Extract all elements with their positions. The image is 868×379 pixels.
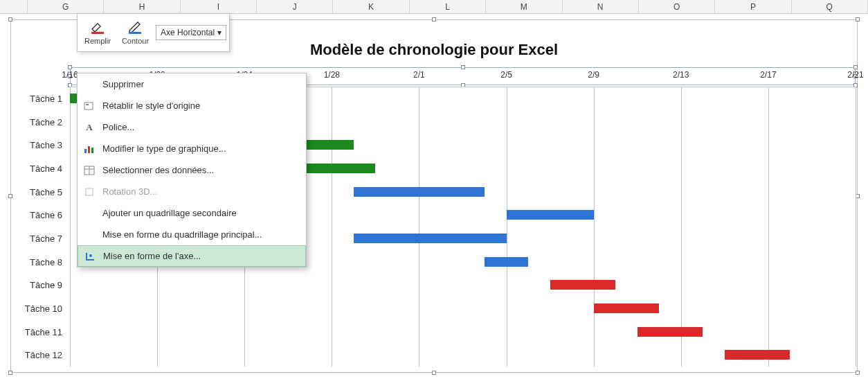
task-label: Tâche 1 [11, 93, 65, 103]
gridline [419, 87, 419, 367]
chevron-down-icon: ▾ [217, 28, 221, 37]
reset-icon [83, 100, 96, 112]
x-tick-label: 2/17 [760, 70, 776, 80]
task-label: Tâche 6 [11, 210, 65, 220]
fill-icon [90, 20, 105, 35]
context-menu-item: Rotation 3D... [78, 181, 306, 202]
col-header[interactable]: N [563, 0, 639, 13]
gantt-bar[interactable] [354, 233, 507, 243]
context-menu-item[interactable]: APolice... [78, 116, 306, 138]
col-header[interactable] [0, 0, 28, 13]
col-header[interactable]: Q [792, 0, 868, 13]
chart-resize-handle[interactable] [8, 371, 12, 375]
task-label: Tâche 5 [11, 186, 65, 197]
svg-rect-0 [91, 32, 104, 34]
chart-resize-handle[interactable] [856, 17, 860, 21]
context-menu-label: Sélectionner des données... [102, 165, 214, 175]
context-menu-item[interactable]: Modifier le type de graphique... [78, 138, 306, 159]
col-header[interactable]: H [104, 0, 180, 13]
axis-horizontal-dropdown[interactable]: Axe Horizontal ▾ [156, 25, 226, 40]
gridline [507, 87, 507, 367]
gantt-bar[interactable] [507, 210, 594, 220]
context-menu: SupprimerRétablir le style d'origineAPol… [77, 73, 307, 267]
task-label: Tâche 10 [11, 303, 65, 313]
x-tick-label: 2/5 [500, 70, 512, 80]
chart-resize-handle[interactable] [8, 17, 12, 21]
gridline [856, 87, 856, 367]
gantt-bar[interactable] [354, 187, 485, 197]
gantt-bar[interactable] [594, 303, 660, 313]
chart-resize-handle[interactable] [432, 371, 436, 375]
gridline [594, 87, 595, 367]
axis-horizontal-label: Axe Horizontal [161, 28, 215, 37]
task-label: Tâche 9 [11, 280, 65, 290]
context-menu-label: Supprimer [102, 79, 144, 89]
context-menu-label: Mise en forme de l'axe... [103, 251, 201, 261]
context-menu-item[interactable]: Rétablir le style d'origine [78, 95, 306, 116]
context-menu-item[interactable]: Supprimer [78, 73, 306, 95]
blank-icon [83, 207, 96, 220]
chart-resize-handle[interactable] [856, 371, 860, 375]
col-header[interactable]: I [181, 0, 257, 13]
chart-resize-handle[interactable] [432, 17, 436, 21]
svg-rect-6 [91, 148, 93, 153]
context-menu-label: Police... [102, 122, 134, 132]
svg-rect-3 [86, 104, 89, 105]
gridline [681, 87, 682, 367]
col-header[interactable]: O [639, 0, 715, 13]
outline-icon [127, 20, 143, 35]
svg-rect-5 [88, 146, 90, 153]
context-menu-item[interactable]: Ajouter un quadrillage secondaire [78, 202, 306, 224]
gantt-bar[interactable] [638, 327, 703, 337]
data-icon [83, 164, 96, 177]
axis-handle[interactable] [461, 65, 465, 69]
column-headers: G H I J K L M N O P Q [0, 0, 868, 14]
outline-button[interactable]: Contour [118, 19, 153, 46]
col-header[interactable]: G [28, 0, 104, 13]
svg-rect-10 [86, 188, 93, 195]
blank-icon [83, 78, 96, 91]
chart-icon [83, 143, 96, 155]
x-tick-label: 2/9 [588, 70, 599, 80]
3d-icon [83, 186, 96, 198]
context-menu-label: Modifier le type de graphique... [102, 143, 226, 154]
outline-label: Contour [122, 37, 149, 45]
task-label: Tâche 11 [11, 326, 65, 337]
col-header[interactable]: L [410, 0, 486, 13]
x-tick-label: 2/21 [847, 70, 863, 80]
task-label: Tâche 3 [11, 140, 65, 150]
context-menu-label: Rétablir le style d'origine [102, 100, 200, 111]
x-tick-label: 2/13 [673, 70, 689, 80]
context-menu-item[interactable]: Mise en forme du quadrillage principal..… [78, 224, 306, 245]
context-menu-item[interactable]: Mise en forme de l'axe... [78, 245, 306, 267]
blank-icon [83, 229, 96, 241]
axis-handle[interactable] [68, 65, 72, 69]
task-label: Tâche 8 [11, 256, 65, 267]
svg-rect-1 [129, 32, 141, 34]
chart-frame[interactable]: Remplir Contour Axe Horizontal ▾ Modèle … [10, 19, 858, 373]
fill-button[interactable]: Remplir [80, 19, 115, 46]
x-tick-label: 1/16 [62, 70, 78, 80]
col-header[interactable]: J [257, 0, 333, 13]
mini-toolbar: Remplir Contour Axe Horizontal ▾ [77, 13, 230, 52]
axis-icon [84, 250, 96, 263]
y-axis-task-labels: Tâche 1Tâche 2Tâche 3Tâche 4Tâche 5Tâche… [11, 87, 65, 367]
col-header[interactable]: K [333, 0, 409, 13]
context-menu-label: Mise en forme du quadrillage principal..… [102, 229, 262, 240]
axis-handle[interactable] [853, 65, 858, 69]
fill-label: Remplir [84, 37, 111, 45]
gantt-bar[interactable] [485, 257, 528, 267]
context-menu-label: Rotation 3D... [102, 186, 158, 197]
gridline [768, 87, 769, 367]
context-menu-item[interactable]: Sélectionner des données... [78, 159, 306, 181]
task-label: Tâche 2 [11, 116, 65, 127]
task-label: Tâche 4 [11, 163, 65, 173]
svg-rect-2 [84, 103, 93, 109]
col-header[interactable]: M [486, 0, 562, 13]
gantt-bar[interactable] [725, 350, 790, 360]
task-label: Tâche 7 [11, 233, 65, 243]
gridline [70, 87, 71, 367]
context-menu-label: Ajouter un quadrillage secondaire [102, 208, 237, 218]
gantt-bar[interactable] [550, 280, 616, 290]
col-header[interactable]: P [715, 0, 791, 13]
